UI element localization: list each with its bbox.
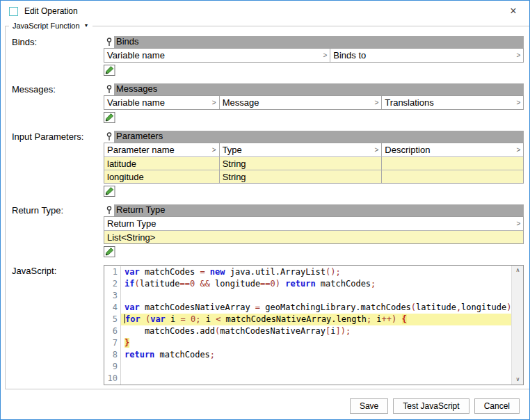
param-description-cell[interactable]	[382, 156, 523, 170]
code-text[interactable]: var matchCodesNativeArray = geoMatchingL…	[121, 302, 511, 314]
column-header-return-type[interactable]: Return Type>	[104, 217, 523, 230]
messages-grid: Variable name> Message> Translations>	[104, 95, 524, 110]
code-line[interactable]: 2if(latitude==0 && longitude==0) return …	[104, 278, 511, 290]
param-name-cell[interactable]: latitude	[104, 156, 220, 170]
messages-section: Messages: Messages Variable name> Messag…	[6, 83, 524, 123]
save-button[interactable]: Save	[350, 398, 388, 414]
return-type-grid-header: Return Type	[104, 204, 524, 216]
column-header-parameter-name[interactable]: Parameter name>	[104, 143, 220, 156]
messages-grid-header: Messages	[104, 83, 524, 95]
line-number: 7	[104, 337, 121, 349]
code-line[interactable]: 9	[104, 361, 511, 373]
edit-binds-button[interactable]	[104, 65, 115, 76]
line-number: 8	[104, 349, 121, 361]
code-line[interactable]: 8return matchCodes;	[104, 349, 511, 361]
code-line[interactable]: 10	[104, 373, 511, 385]
parameters-grid: Parameter name> Type> Description> latit…	[104, 143, 524, 184]
return-type-grid: Return Type> List<String>	[104, 216, 524, 244]
code-text[interactable]: var matchCodes = new java.util.ArrayList…	[121, 266, 511, 278]
chevron-right-icon: >	[323, 51, 330, 59]
column-label: Return Type	[107, 218, 156, 229]
code-line[interactable]: 6 matchCodes.add(matchCodesNativeArray[i…	[104, 325, 511, 337]
column-header-translations[interactable]: Translations>	[382, 96, 523, 109]
code-line[interactable]: 3	[104, 290, 511, 302]
chevron-right-icon: >	[517, 99, 524, 106]
code-text[interactable]: }	[121, 337, 511, 349]
chevron-right-icon: >	[517, 51, 524, 59]
column-header-type[interactable]: Type>	[220, 143, 383, 156]
param-name-cell[interactable]: longitude	[104, 170, 220, 183]
test-javascript-button[interactable]: Test JavaScript	[393, 398, 469, 414]
column-label: Variable name	[107, 97, 165, 108]
messages-row-label: Messages:	[6, 83, 104, 123]
line-number: 6	[104, 325, 121, 337]
column-label: Message	[223, 97, 259, 108]
return-type-section: Return Type: Return Type Return Type> Li…	[6, 204, 524, 257]
code-text[interactable]: for (var i = 0; i < matchCodesNativeArra…	[121, 314, 511, 325]
code-lines[interactable]: 1var matchCodes = new java.util.ArrayLis…	[104, 266, 511, 385]
scroll-up-icon[interactable]: ∧	[515, 268, 520, 273]
column-label: Parameter name	[107, 145, 175, 155]
code-scrollbar[interactable]: ∧ ∨	[511, 266, 523, 385]
column-header-binds-to[interactable]: Binds to>	[330, 49, 523, 62]
chevron-right-icon: >	[212, 146, 219, 154]
chevron-right-icon: >	[517, 146, 524, 154]
window-title: Edit Operation	[24, 6, 78, 16]
binds-section: Binds: Binds Variable name> Binds to>	[6, 36, 524, 76]
line-number: 4	[104, 302, 121, 314]
code-text[interactable]	[121, 290, 511, 302]
return-type-value-cell[interactable]: List<String>	[104, 230, 523, 243]
column-header-message[interactable]: Message>	[220, 96, 383, 109]
line-number: 2	[104, 278, 121, 290]
operation-type-selector[interactable]: JavaScript Function▼	[9, 22, 93, 30]
edit-return-type-button[interactable]	[104, 246, 115, 257]
pin-icon	[104, 206, 114, 215]
edit-parameters-button[interactable]	[104, 186, 115, 197]
edit-messages-button[interactable]	[104, 112, 115, 123]
code-text[interactable]: return matchCodes;	[121, 349, 511, 361]
column-label: Translations	[385, 97, 433, 108]
column-label: Description	[385, 145, 430, 155]
javascript-section: JavaScript: 1var matchCodes = new java.u…	[6, 265, 524, 389]
return-type-row-label: Return Type:	[6, 204, 104, 257]
messages-grid-title: Messages	[114, 83, 524, 95]
code-line[interactable]: 4var matchCodesNativeArray = geoMatching…	[104, 302, 511, 314]
param-type-cell[interactable]: String	[220, 170, 383, 183]
column-header-variable-name[interactable]: Variable name>	[104, 49, 330, 62]
column-label: Variable name	[107, 50, 165, 60]
pin-icon	[104, 132, 114, 141]
edit-externally-link[interactable]: Edit externally	[104, 389, 163, 389]
code-text[interactable]	[121, 373, 511, 385]
code-text[interactable]: matchCodes.add(matchCodesNativeArray[i])…	[121, 325, 511, 337]
column-label: Binds to	[333, 50, 366, 60]
code-editor[interactable]: 1var matchCodes = new java.util.ArrayLis…	[104, 265, 524, 385]
code-line[interactable]: 5for (var i = 0; i < matchCodesNativeArr…	[104, 314, 511, 325]
cancel-button[interactable]: Cancel	[474, 398, 520, 414]
operation-type-label: JavaScript Function	[13, 22, 80, 30]
line-number: 3	[104, 290, 121, 302]
line-number: 5	[104, 314, 121, 325]
input-parameters-row-label: Input Parameters:	[6, 131, 104, 197]
close-icon[interactable]: ×	[501, 5, 525, 17]
return-type-grid-title: Return Type	[114, 204, 524, 216]
chevron-down-icon: ▼	[84, 23, 89, 28]
code-line[interactable]: 7}	[104, 337, 511, 349]
line-number: 9	[104, 361, 121, 373]
param-description-cell[interactable]	[382, 170, 523, 183]
code-text[interactable]	[121, 361, 511, 373]
binds-grid-title: Binds	[114, 36, 524, 48]
parameters-grid-title: Parameters	[114, 131, 524, 143]
param-type-cell[interactable]: String	[220, 156, 383, 170]
dialog-footer: Save Test JavaScript Cancel	[1, 392, 529, 419]
chevron-right-icon: >	[375, 146, 382, 154]
column-header-description[interactable]: Description>	[382, 143, 523, 156]
chevron-right-icon: >	[375, 99, 382, 106]
code-line[interactable]: 1var matchCodes = new java.util.ArrayLis…	[104, 266, 511, 278]
scroll-down-icon[interactable]: ∨	[515, 377, 520, 382]
binds-row-label: Binds:	[6, 36, 104, 76]
chevron-right-icon: >	[517, 220, 524, 227]
javascript-row-label: JavaScript:	[6, 265, 104, 389]
column-header-variable-name[interactable]: Variable name>	[104, 96, 220, 109]
column-label: Type	[223, 145, 242, 155]
code-text[interactable]: if(latitude==0 && longitude==0) return m…	[121, 278, 511, 290]
